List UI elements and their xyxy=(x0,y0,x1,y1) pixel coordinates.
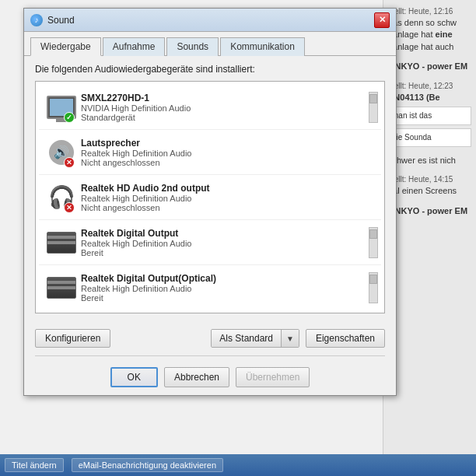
dialog-titlebar: ♪ Sound ✕ xyxy=(24,9,396,32)
ok-button[interactable]: OK xyxy=(110,367,158,387)
background-right-panel: stellt: Heute, 12:16 das denn so schw da… xyxy=(383,0,476,476)
tab-kommunikation[interactable]: Kommunikation xyxy=(220,37,305,56)
device-icon-monitor: ✓ xyxy=(42,89,81,124)
bg-item-4: schwer es ist nich xyxy=(388,155,471,166)
devices-list: ✓ SMXL2270HD-1 NVIDIA High Definition Au… xyxy=(35,81,385,313)
device-status-3: Nicht angeschlossen xyxy=(81,203,378,212)
device-driver-5: Realtek High Definition Audio xyxy=(81,284,366,293)
button-row-1: Konfigurieren Als Standard ▼ Eigenschaft… xyxy=(35,329,385,348)
tab-aufnahme[interactable]: Aufnahme xyxy=(103,37,166,56)
uebernehmen-button[interactable]: Übernehmen xyxy=(236,367,310,387)
dialog-content: Die folgenden Audiowiedergabegeräte sind… xyxy=(24,56,396,395)
device-item-3[interactable]: 🎧 ✕ Realtek HD Audio 2nd output Realtek … xyxy=(39,175,381,220)
device-info-5: Realtek Digital Output(Optical) Realtek … xyxy=(81,273,366,303)
bg-item-3: stellt: Heute, 12:23 XN04113 (Be man ist… xyxy=(388,81,471,147)
sound-dialog: ♪ Sound ✕ Wiedergabe Aufnahme Sounds Kom… xyxy=(23,8,397,396)
item-scrollbar-4 xyxy=(369,227,378,258)
device-driver-2: Realtek High Definition Audio xyxy=(81,149,378,158)
als-standard-split-button[interactable]: Als Standard ▼ xyxy=(211,329,299,348)
eigenschaften-button[interactable]: Eigenschaften xyxy=(306,329,385,348)
device-info-1: SMXL2270HD-1 NVIDIA High Definition Audi… xyxy=(81,93,366,122)
bg-item-2: ONKYO - power EM xyxy=(388,61,471,72)
device-item-5[interactable]: Realtek Digital Output(Optical) Realtek … xyxy=(39,265,381,310)
device-icon-box-1 xyxy=(42,225,81,260)
device-item-4[interactable]: Realtek Digital Output Realtek High Defi… xyxy=(39,220,381,265)
tab-wiedergabe[interactable]: Wiedergabe xyxy=(30,37,101,56)
status-badge-red-2: ✕ xyxy=(64,157,75,168)
device-info-2: Lautsprecher Realtek High Definition Aud… xyxy=(81,138,378,167)
device-icon-headphones: 🎧 ✕ xyxy=(42,180,81,215)
device-item-1[interactable]: ✓ SMXL2270HD-1 NVIDIA High Definition Au… xyxy=(39,85,381,130)
taskbar-item-2[interactable]: eMail-Benachrichtigung deaktivieren xyxy=(72,458,223,472)
device-status-4: Bereit xyxy=(81,248,366,257)
device-driver-3: Realtek High Definition Audio xyxy=(81,194,378,203)
device-name-2: Lautsprecher xyxy=(81,138,378,149)
button-row-2-wrapper: OK Abbrechen Übernehmen xyxy=(35,355,385,387)
button-row-2: OK Abbrechen Übernehmen xyxy=(35,367,385,387)
title-left: ♪ Sound xyxy=(30,14,75,26)
digital-output-icon xyxy=(47,232,76,254)
device-driver-1: NVIDIA High Definition Audio xyxy=(81,103,366,113)
device-icon-box-2 xyxy=(42,270,81,305)
device-name-5: Realtek Digital Output(Optical) xyxy=(81,273,366,284)
item-scrollbar-5 xyxy=(369,272,378,303)
dialog-description: Die folgenden Audiowiedergabegeräte sind… xyxy=(35,64,385,75)
device-status-5: Bereit xyxy=(81,293,366,303)
dialog-app-icon: ♪ xyxy=(30,14,43,26)
bg-item-5: stellt: Heute, 14:15 nal einen Screens xyxy=(388,174,471,197)
taskbar: Titel ändern eMail-Benachrichtigung deak… xyxy=(0,454,476,476)
device-name-4: Realtek Digital Output xyxy=(81,228,366,239)
digital-optical-icon xyxy=(47,277,76,299)
device-item-2[interactable]: 🔊 ✕ Lautsprecher Realtek High Definition… xyxy=(39,130,381,175)
bg-item-1: stellt: Heute, 12:16 das denn so schw da… xyxy=(388,6,471,53)
device-status-1: Standardgerät xyxy=(81,113,366,122)
konfigurieren-button[interactable]: Konfigurieren xyxy=(35,329,110,348)
bg-quote-box-2: die Sounda xyxy=(388,128,471,147)
tabs-bar: Wiedergabe Aufnahme Sounds Kommunikation xyxy=(24,32,396,56)
status-badge-green-1: ✓ xyxy=(64,112,75,123)
device-name-3: Realtek HD Audio 2nd output xyxy=(81,183,378,194)
status-badge-red-3: ✕ xyxy=(64,202,75,213)
dialog-title: Sound xyxy=(47,15,75,26)
als-standard-dropdown-arrow[interactable]: ▼ xyxy=(281,330,299,347)
abbrechen-button[interactable]: Abbrechen xyxy=(164,367,229,387)
taskbar-item-1[interactable]: Titel ändern xyxy=(5,458,64,472)
tab-sounds[interactable]: Sounds xyxy=(166,37,219,56)
device-driver-4: Realtek High Definition Audio xyxy=(81,239,366,248)
close-button[interactable]: ✕ xyxy=(374,12,390,28)
device-info-4: Realtek Digital Output Realtek High Defi… xyxy=(81,228,366,257)
item-scrollbar-1 xyxy=(369,92,378,123)
bg-quote-box-1: man ist das xyxy=(388,107,471,125)
device-name-1: SMXL2270HD-1 xyxy=(81,93,366,103)
bg-item-6: ONKYO - power EM xyxy=(388,205,471,217)
device-status-2: Nicht angeschlossen xyxy=(81,158,378,167)
device-icon-speaker: 🔊 ✕ xyxy=(42,135,81,170)
device-info-3: Realtek HD Audio 2nd output Realtek High… xyxy=(81,183,378,212)
devices-list-wrapper: ✓ SMXL2270HD-1 NVIDIA High Definition Au… xyxy=(35,81,385,321)
als-standard-main-button[interactable]: Als Standard xyxy=(212,330,281,347)
